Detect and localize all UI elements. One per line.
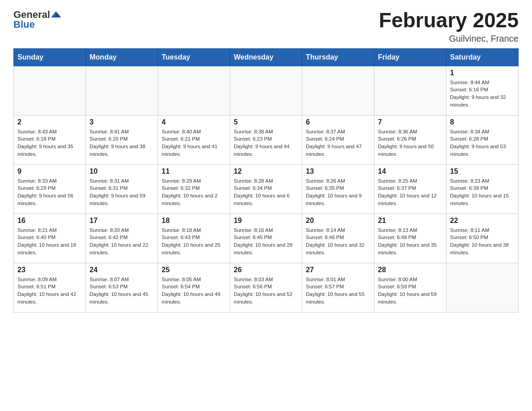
calendar-cell: 5Sunrise: 8:38 AMSunset: 6:23 PMDaylight… bbox=[230, 115, 302, 164]
day-number: 7 bbox=[378, 118, 442, 126]
calendar-header-wednesday: Wednesday bbox=[230, 48, 302, 66]
day-info: Sunrise: 8:14 AMSunset: 6:46 PMDaylight:… bbox=[306, 227, 370, 257]
day-info: Sunrise: 8:01 AMSunset: 6:57 PMDaylight:… bbox=[306, 276, 370, 306]
day-number: 23 bbox=[17, 266, 82, 274]
calendar-header-sunday: Sunday bbox=[14, 48, 86, 66]
calendar-cell: 24Sunrise: 8:07 AMSunset: 6:53 PMDayligh… bbox=[86, 263, 158, 312]
calendar-cell: 22Sunrise: 8:11 AMSunset: 6:50 PMDayligh… bbox=[446, 214, 519, 263]
day-info: Sunrise: 8:36 AMSunset: 6:26 PMDaylight:… bbox=[378, 128, 442, 158]
calendar-cell: 21Sunrise: 8:13 AMSunset: 6:48 PMDayligh… bbox=[374, 214, 446, 263]
calendar-cell: 11Sunrise: 8:29 AMSunset: 6:32 PMDayligh… bbox=[158, 164, 230, 214]
day-number: 15 bbox=[450, 167, 515, 176]
calendar-cell bbox=[86, 66, 158, 115]
calendar-header-saturday: Saturday bbox=[446, 48, 519, 66]
logo-blue-text: Blue bbox=[13, 19, 35, 30]
calendar-cell bbox=[302, 66, 374, 115]
calendar-header-monday: Monday bbox=[86, 48, 158, 66]
calendar-cell bbox=[374, 66, 446, 115]
calendar-header-thursday: Thursday bbox=[302, 48, 374, 66]
month-year-title: February 2025 bbox=[379, 9, 519, 32]
day-number: 5 bbox=[234, 118, 298, 126]
calendar-cell: 19Sunrise: 8:16 AMSunset: 6:45 PMDayligh… bbox=[230, 214, 302, 263]
day-number: 10 bbox=[90, 167, 154, 176]
title-block: February 2025 Guilvinec, France bbox=[379, 9, 519, 44]
day-info: Sunrise: 8:00 AMSunset: 6:59 PMDaylight:… bbox=[378, 276, 442, 306]
day-number: 11 bbox=[162, 167, 226, 176]
calendar-cell: 14Sunrise: 8:25 AMSunset: 6:37 PMDayligh… bbox=[374, 164, 446, 214]
day-number: 22 bbox=[450, 217, 515, 225]
day-number: 14 bbox=[378, 167, 442, 176]
calendar-cell: 28Sunrise: 8:00 AMSunset: 6:59 PMDayligh… bbox=[374, 263, 446, 312]
day-info: Sunrise: 8:11 AMSunset: 6:50 PMDaylight:… bbox=[450, 227, 515, 257]
day-number: 26 bbox=[234, 266, 298, 274]
calendar-cell: 2Sunrise: 8:43 AMSunset: 6:18 PMDaylight… bbox=[14, 115, 86, 164]
calendar-cell: 26Sunrise: 8:03 AMSunset: 6:56 PMDayligh… bbox=[230, 263, 302, 312]
calendar-cell: 16Sunrise: 8:21 AMSunset: 6:40 PMDayligh… bbox=[14, 214, 86, 263]
day-info: Sunrise: 8:40 AMSunset: 6:21 PMDaylight:… bbox=[162, 128, 226, 158]
calendar-cell: 6Sunrise: 8:37 AMSunset: 6:24 PMDaylight… bbox=[302, 115, 374, 164]
day-info: Sunrise: 8:05 AMSunset: 6:54 PMDaylight:… bbox=[162, 276, 226, 306]
day-info: Sunrise: 8:34 AMSunset: 6:28 PMDaylight:… bbox=[450, 128, 515, 158]
logo: General Blue bbox=[13, 9, 61, 30]
calendar-week-row: 1Sunrise: 8:44 AMSunset: 6:16 PMDaylight… bbox=[14, 66, 519, 115]
day-number: 19 bbox=[234, 217, 298, 225]
calendar-cell: 27Sunrise: 8:01 AMSunset: 6:57 PMDayligh… bbox=[302, 263, 374, 312]
day-info: Sunrise: 8:21 AMSunset: 6:40 PMDaylight:… bbox=[17, 227, 82, 257]
day-number: 2 bbox=[17, 118, 82, 126]
day-info: Sunrise: 8:18 AMSunset: 6:43 PMDaylight:… bbox=[162, 227, 226, 257]
calendar-cell: 17Sunrise: 8:20 AMSunset: 6:42 PMDayligh… bbox=[86, 214, 158, 263]
day-info: Sunrise: 8:20 AMSunset: 6:42 PMDaylight:… bbox=[90, 227, 154, 257]
day-info: Sunrise: 8:33 AMSunset: 6:29 PMDaylight:… bbox=[17, 177, 82, 207]
day-info: Sunrise: 8:26 AMSunset: 6:35 PMDaylight:… bbox=[306, 177, 370, 207]
day-number: 25 bbox=[162, 266, 226, 274]
day-number: 12 bbox=[234, 167, 298, 176]
day-number: 18 bbox=[162, 217, 226, 225]
day-number: 21 bbox=[378, 217, 442, 225]
day-info: Sunrise: 8:38 AMSunset: 6:23 PMDaylight:… bbox=[234, 128, 298, 158]
calendar-cell: 9Sunrise: 8:33 AMSunset: 6:29 PMDaylight… bbox=[14, 164, 86, 214]
calendar-cell bbox=[230, 66, 302, 115]
page-header: General Blue February 2025 Guilvinec, Fr… bbox=[13, 9, 519, 44]
calendar-week-row: 2Sunrise: 8:43 AMSunset: 6:18 PMDaylight… bbox=[14, 115, 519, 164]
calendar-cell: 23Sunrise: 8:09 AMSunset: 6:51 PMDayligh… bbox=[14, 263, 86, 312]
calendar-cell: 15Sunrise: 8:23 AMSunset: 6:39 PMDayligh… bbox=[446, 164, 519, 214]
calendar-cell: 12Sunrise: 8:28 AMSunset: 6:34 PMDayligh… bbox=[230, 164, 302, 214]
day-info: Sunrise: 8:41 AMSunset: 6:20 PMDaylight:… bbox=[90, 128, 154, 158]
day-number: 3 bbox=[90, 118, 154, 126]
day-number: 27 bbox=[306, 266, 370, 274]
day-info: Sunrise: 8:29 AMSunset: 6:32 PMDaylight:… bbox=[162, 177, 226, 207]
calendar-cell: 18Sunrise: 8:18 AMSunset: 6:43 PMDayligh… bbox=[158, 214, 230, 263]
day-info: Sunrise: 8:09 AMSunset: 6:51 PMDaylight:… bbox=[17, 276, 82, 306]
calendar-cell bbox=[14, 66, 86, 115]
calendar-cell: 25Sunrise: 8:05 AMSunset: 6:54 PMDayligh… bbox=[158, 263, 230, 312]
calendar-cell: 20Sunrise: 8:14 AMSunset: 6:46 PMDayligh… bbox=[302, 214, 374, 263]
day-info: Sunrise: 8:43 AMSunset: 6:18 PMDaylight:… bbox=[17, 128, 82, 158]
day-info: Sunrise: 8:31 AMSunset: 6:31 PMDaylight:… bbox=[90, 177, 154, 207]
location-subtitle: Guilvinec, France bbox=[379, 34, 519, 44]
day-info: Sunrise: 8:37 AMSunset: 6:24 PMDaylight:… bbox=[306, 128, 370, 158]
calendar-week-row: 16Sunrise: 8:21 AMSunset: 6:40 PMDayligh… bbox=[14, 214, 519, 263]
calendar-week-row: 9Sunrise: 8:33 AMSunset: 6:29 PMDaylight… bbox=[14, 164, 519, 214]
day-info: Sunrise: 8:28 AMSunset: 6:34 PMDaylight:… bbox=[234, 177, 298, 207]
calendar-header-row: SundayMondayTuesdayWednesdayThursdayFrid… bbox=[14, 48, 519, 66]
calendar-header-friday: Friday bbox=[374, 48, 446, 66]
calendar-week-row: 23Sunrise: 8:09 AMSunset: 6:51 PMDayligh… bbox=[14, 263, 519, 312]
day-info: Sunrise: 8:07 AMSunset: 6:53 PMDaylight:… bbox=[90, 276, 154, 306]
calendar-header-tuesday: Tuesday bbox=[158, 48, 230, 66]
calendar-cell: 3Sunrise: 8:41 AMSunset: 6:20 PMDaylight… bbox=[86, 115, 158, 164]
day-number: 9 bbox=[17, 167, 82, 176]
day-number: 17 bbox=[90, 217, 154, 225]
day-number: 20 bbox=[306, 217, 370, 225]
day-info: Sunrise: 8:44 AMSunset: 6:16 PMDaylight:… bbox=[450, 79, 515, 109]
calendar-cell: 4Sunrise: 8:40 AMSunset: 6:21 PMDaylight… bbox=[158, 115, 230, 164]
day-number: 8 bbox=[450, 118, 515, 126]
day-number: 13 bbox=[306, 167, 370, 176]
calendar-table: SundayMondayTuesdayWednesdayThursdayFrid… bbox=[13, 48, 519, 313]
day-number: 28 bbox=[378, 266, 442, 274]
day-info: Sunrise: 8:03 AMSunset: 6:56 PMDaylight:… bbox=[234, 276, 298, 306]
day-number: 6 bbox=[306, 118, 370, 126]
calendar-cell bbox=[158, 66, 230, 115]
day-info: Sunrise: 8:13 AMSunset: 6:48 PMDaylight:… bbox=[378, 227, 442, 257]
day-info: Sunrise: 8:25 AMSunset: 6:37 PMDaylight:… bbox=[378, 177, 442, 207]
day-info: Sunrise: 8:16 AMSunset: 6:45 PMDaylight:… bbox=[234, 227, 298, 257]
